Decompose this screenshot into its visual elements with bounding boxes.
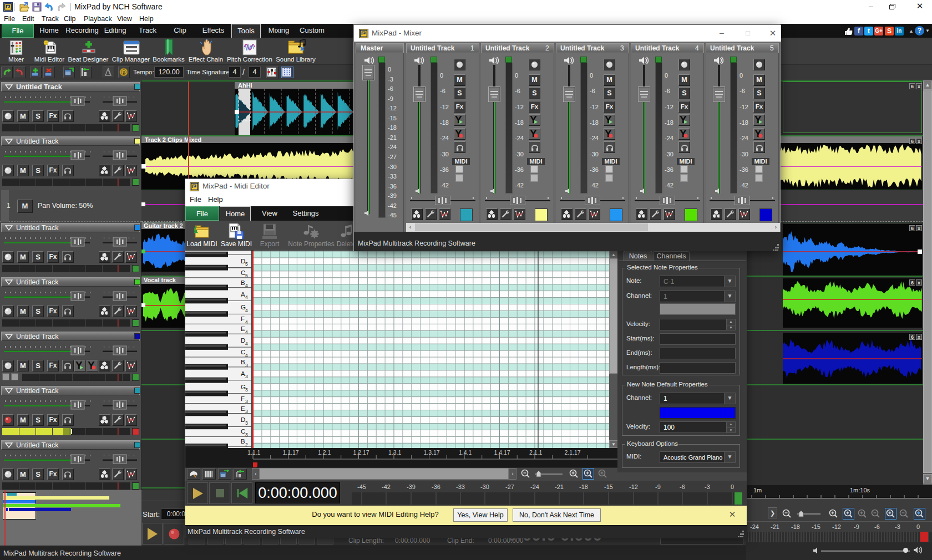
svg-text:-21: -21 <box>555 483 564 490</box>
svg-text:1.1.1: 1.1.1 <box>247 449 261 456</box>
svg-text:-45: -45 <box>357 483 366 490</box>
svg-text:B: B <box>241 279 245 286</box>
svg-text:5: 5 <box>245 261 248 267</box>
svg-text:E: E <box>241 405 245 412</box>
svg-text:F: F <box>241 395 245 402</box>
svg-text:1.3.1: 1.3.1 <box>388 449 402 456</box>
svg-text:-27: -27 <box>505 483 514 490</box>
svg-text:3: 3 <box>245 387 248 393</box>
svg-text:A: A <box>241 370 245 377</box>
svg-text:-39: -39 <box>407 483 416 490</box>
svg-text:-33: -33 <box>456 483 465 490</box>
svg-text:Y: Y <box>455 115 462 125</box>
svg-text:-24: -24 <box>530 483 539 490</box>
svg-text:Y: Y <box>754 115 762 125</box>
svg-text:E: E <box>241 325 245 332</box>
svg-text:-6: -6 <box>680 483 685 490</box>
svg-text:Y: Y <box>530 115 537 125</box>
svg-text:-30: -30 <box>480 483 489 490</box>
svg-text:-15: -15 <box>604 483 613 490</box>
svg-text:1.4.1: 1.4.1 <box>459 449 472 456</box>
svg-text:-18: -18 <box>579 483 588 490</box>
svg-text:2.1.17: 2.1.17 <box>565 449 581 456</box>
svg-text:A: A <box>241 291 245 298</box>
svg-text:1.2.17: 1.2.17 <box>353 449 369 456</box>
svg-text:4: 4 <box>245 308 248 313</box>
svg-text:4: 4 <box>245 341 248 347</box>
svg-text:3: 3 <box>123 70 125 75</box>
svg-text:Y: Y <box>680 115 687 125</box>
svg-text:3: 3 <box>245 374 248 379</box>
svg-text:2.1.1: 2.1.1 <box>529 449 543 456</box>
svg-text:F: F <box>241 315 245 322</box>
svg-text:3: 3 <box>245 420 248 426</box>
svg-text:-36: -36 <box>432 483 440 490</box>
svg-text:B: B <box>241 359 245 365</box>
svg-text:0: 0 <box>731 483 734 490</box>
svg-text:-12: -12 <box>629 483 638 490</box>
svg-text:-3: -3 <box>705 483 710 490</box>
svg-text:1.4.17: 1.4.17 <box>494 449 510 456</box>
svg-text:1.2.1: 1.2.1 <box>318 449 331 456</box>
svg-text:-9: -9 <box>655 483 661 490</box>
svg-text:Y: Y <box>605 115 612 125</box>
svg-text:4: 4 <box>245 294 248 300</box>
svg-text:B: B <box>241 438 245 445</box>
svg-text:1.3.17: 1.3.17 <box>424 449 440 456</box>
svg-text:-42: -42 <box>382 483 391 490</box>
svg-text:1.1.17: 1.1.17 <box>283 449 299 456</box>
